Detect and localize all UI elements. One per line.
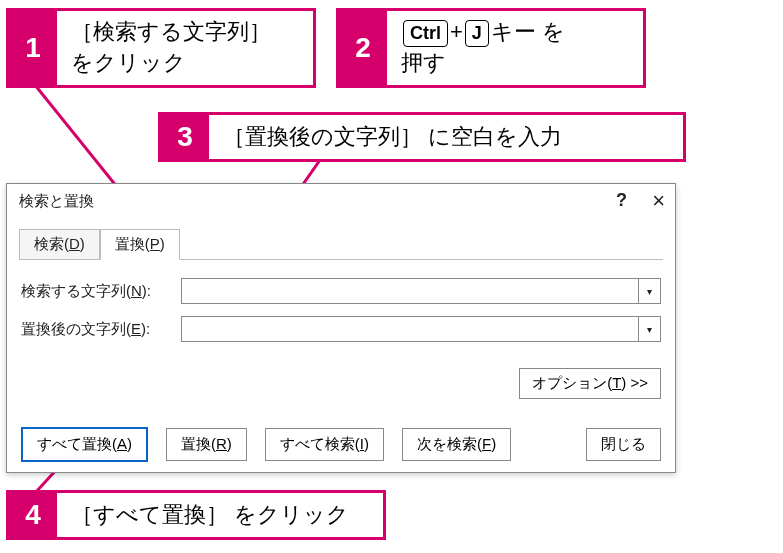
callout-2: 2 Ctrl+Jキー を 押す <box>336 8 646 88</box>
close-dialog-button[interactable]: 閉じる <box>586 428 661 461</box>
callout-4: 4 ［すべて置換］ をクリック <box>6 490 386 540</box>
callout-2-number: 2 <box>339 11 387 85</box>
help-button[interactable]: ? <box>616 190 627 211</box>
replace-all-button[interactable]: すべて置換(A) <box>21 427 148 462</box>
find-replace-dialog: 検索と置換 ? × 検索(D) 置換(P) 検索する文字列(N): ▾ 置換後の… <box>6 183 676 473</box>
callout-1: 1 ［検索する文字列］ をクリック <box>6 8 316 88</box>
tabs: 検索(D) 置換(P) <box>7 220 675 259</box>
callout-1-number: 1 <box>9 11 57 85</box>
replace-input[interactable] <box>181 316 639 342</box>
chevron-down-icon: ▾ <box>647 324 652 335</box>
dialog-title: 検索と置換 <box>19 192 94 209</box>
replace-dropdown[interactable]: ▾ <box>639 316 661 342</box>
find-label: 検索する文字列(N): <box>21 282 181 301</box>
close-button[interactable]: × <box>652 188 665 214</box>
callout-3: 3 ［置換後の文字列］ に空白を入力 <box>158 112 686 162</box>
find-input[interactable] <box>181 278 639 304</box>
key-j: J <box>465 20 489 47</box>
chevron-down-icon: ▾ <box>647 286 652 297</box>
tab-replace[interactable]: 置換(P) <box>100 229 180 260</box>
callout-3-text: ［置換後の文字列］ に空白を入力 <box>209 115 576 159</box>
options-button[interactable]: オプション(T) >> <box>519 368 661 399</box>
callout-4-text: ［すべて置換］ をクリック <box>57 493 363 537</box>
key-ctrl: Ctrl <box>403 20 448 47</box>
callout-4-number: 4 <box>9 493 57 537</box>
find-dropdown[interactable]: ▾ <box>639 278 661 304</box>
replace-button[interactable]: 置換(R) <box>166 428 247 461</box>
find-next-button[interactable]: 次を検索(F) <box>402 428 511 461</box>
callout-3-number: 3 <box>161 115 209 159</box>
dialog-titlebar: 検索と置換 ? × <box>7 184 675 220</box>
replace-label: 置換後の文字列(E): <box>21 320 181 339</box>
callout-2-text: Ctrl+Jキー を 押す <box>387 11 579 85</box>
callout-1-text: ［検索する文字列］ をクリック <box>57 11 285 85</box>
find-all-button[interactable]: すべて検索(I) <box>265 428 384 461</box>
tab-find[interactable]: 検索(D) <box>19 229 100 260</box>
